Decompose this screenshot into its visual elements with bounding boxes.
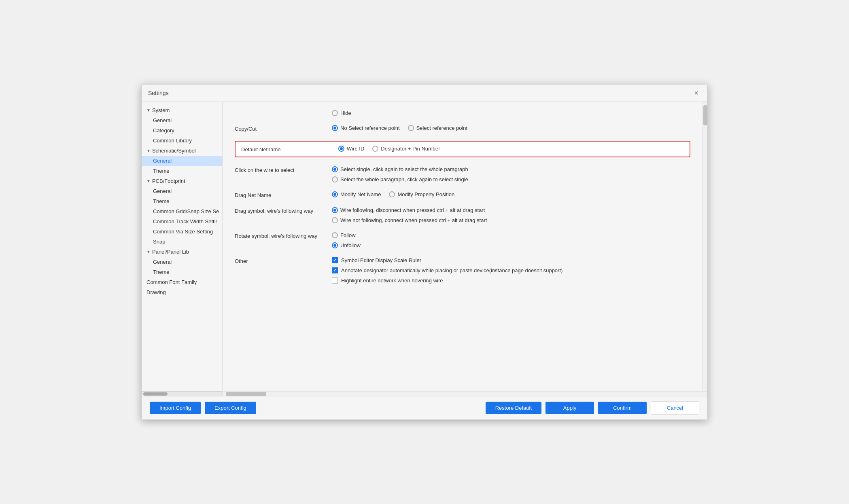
sidebar-item-label: Theme	[153, 269, 169, 275]
sidebar-item-panel[interactable]: ▼ Panel/Panel Lib	[142, 247, 222, 257]
radio-label: Unfollow	[340, 242, 361, 248]
main-scroll: Hide Copy/Cut No Select ref	[223, 102, 703, 391]
sidebar-item-label: Drawing	[146, 289, 166, 295]
sidebar-item-common-grid[interactable]: Common Grid/Snap Size Se	[142, 206, 222, 216]
sidebar-item-category[interactable]: Category	[142, 125, 222, 136]
close-button[interactable]: ×	[692, 89, 701, 97]
settings-options-click-wire: Select single, click again to select the…	[332, 166, 690, 182]
settings-label-click-wire: Click on the wire to select	[235, 166, 324, 173]
export-config-button[interactable]: Export Config	[205, 402, 256, 414]
settings-row-copycut: Copy/Cut No Select reference point Selec…	[235, 125, 690, 132]
sidebar-item-snap[interactable]: Snap	[142, 237, 222, 247]
sidebar-item-label: Snap	[153, 239, 165, 245]
dialog-title: Settings	[148, 90, 169, 96]
radio-wire-following[interactable]: Wire following, disconnect when pressed …	[332, 207, 690, 213]
horizontal-scrollbar[interactable]	[223, 391, 707, 396]
sidebar-item-general-sch[interactable]: General	[142, 156, 222, 166]
radio-label: Wire not following, connect when pressed…	[340, 217, 487, 223]
sidebar-item-label: PCB/Footprint	[152, 178, 185, 184]
apply-button[interactable]: Apply	[545, 402, 594, 414]
checkbox-box	[332, 277, 338, 284]
sidebar-item-label: Common Via Size Setting	[153, 229, 213, 235]
radio-wire-id[interactable]: Wire ID	[338, 146, 364, 152]
radio-label: Hide	[340, 110, 351, 116]
restore-default-button[interactable]: Restore Default	[486, 402, 541, 414]
radio-label: Select reference point	[416, 125, 467, 131]
sidebar-hscroll[interactable]	[142, 391, 222, 396]
radio-unfollow[interactable]: Unfollow	[332, 242, 690, 248]
sidebar-item-label: Category	[153, 127, 174, 133]
radio-follow[interactable]: Follow	[332, 232, 690, 238]
main-inner: Hide Copy/Cut No Select ref	[223, 102, 707, 391]
sidebar-item-common-via[interactable]: Common Via Size Setting	[142, 227, 222, 237]
sidebar: ▼ System General Category Common Library…	[142, 102, 223, 396]
sidebar-item-schematic[interactable]: ▼ Schematic/Symbol	[142, 146, 222, 156]
sidebar-item-system[interactable]: ▼ System	[142, 105, 222, 115]
radio-row-drag-net: Modify Net Name Modify Property Position	[332, 191, 690, 197]
sidebar-list: ▼ System General Category Common Library…	[142, 102, 222, 396]
checkbox-annotate[interactable]: Annotate designator automatically while …	[332, 267, 690, 273]
sidebar-item-label: General	[153, 158, 172, 164]
highlighted-netname-row: Default Netname Wire ID Desig	[235, 141, 690, 157]
sidebar-item-general-panel[interactable]: General	[142, 257, 222, 267]
sidebar-item-common-track[interactable]: Common Track Width Settir	[142, 216, 222, 227]
cancel-button[interactable]: Cancel	[651, 401, 699, 415]
radio-modify-prop[interactable]: Modify Property Position	[389, 191, 454, 197]
radio-label: Wire ID	[347, 146, 364, 152]
sidebar-item-general-sys[interactable]: General	[142, 115, 222, 125]
sidebar-item-common-font[interactable]: Common Font Family	[142, 277, 222, 287]
radio-no-select-ref[interactable]: No Select reference point	[332, 125, 400, 131]
sidebar-item-drawing[interactable]: Drawing	[142, 287, 222, 297]
checkbox-label: Highlight entire network when hovering w…	[341, 277, 443, 284]
sidebar-item-label: Common Library	[153, 138, 192, 144]
footer-left: Import Config Export Config	[150, 402, 256, 414]
scrollbar-thumb	[703, 105, 707, 125]
hscroll-thumb	[226, 392, 266, 396]
main-content-wrapper: Hide Copy/Cut No Select ref	[223, 102, 707, 396]
radio-wire-not-following[interactable]: Wire not following, connect when pressed…	[332, 217, 690, 223]
sidebar-item-pcb[interactable]: ▼ PCB/Footprint	[142, 176, 222, 186]
sidebar-item-theme-panel[interactable]: Theme	[142, 267, 222, 277]
radio-row-netname: Wire ID Designator + Pin Number	[338, 146, 684, 152]
settings-options-other: Symbol Editor Display Scale Ruler Annota…	[332, 257, 690, 284]
confirm-button[interactable]: Confirm	[598, 402, 647, 414]
settings-options: Hide	[332, 110, 690, 116]
settings-row-netname: Default Netname Wire ID Desig	[241, 146, 684, 152]
footer: Import Config Export Config Restore Defa…	[142, 396, 707, 419]
chevron-icon: ▼	[146, 148, 151, 153]
sidebar-item-label: Panel/Panel Lib	[152, 249, 189, 255]
settings-row-click-wire: Click on the wire to select Select singl…	[235, 166, 690, 182]
checkbox-symbol-editor[interactable]: Symbol Editor Display Scale Ruler	[332, 257, 690, 263]
radio-circle	[332, 110, 338, 116]
radio-select-ref[interactable]: Select reference point	[408, 125, 467, 131]
checkbox-label: Annotate designator automatically while …	[341, 267, 562, 273]
sidebar-item-general-pcb[interactable]: General	[142, 186, 222, 196]
settings-options-drag-net: Modify Net Name Modify Property Position	[332, 191, 690, 197]
import-config-button[interactable]: Import Config	[150, 402, 201, 414]
vertical-scrollbar[interactable]	[703, 102, 707, 391]
radio-modify-net[interactable]: Modify Net Name	[332, 191, 381, 197]
sidebar-item-label: Schematic/Symbol	[152, 148, 196, 154]
radio-select-single[interactable]: Select single, click again to select the…	[332, 166, 690, 172]
radio-label: Select the whole paragraph, click again …	[340, 176, 468, 182]
settings-label-rotate-symbol: Rotate symbol, wire's following way	[235, 232, 324, 239]
radio-circle	[338, 146, 344, 152]
radio-circle	[332, 176, 338, 182]
radio-circle	[332, 166, 338, 172]
settings-row-other: Other Symbol Editor Display Scale Ruler …	[235, 257, 690, 284]
radio-designator-pin[interactable]: Designator + Pin Number	[372, 146, 440, 152]
sidebar-item-label: General	[153, 117, 172, 123]
sidebar-item-common-library[interactable]: Common Library	[142, 136, 222, 146]
sidebar-item-theme-sch[interactable]: Theme	[142, 166, 222, 176]
settings-row-rotate-symbol: Rotate symbol, wire's following way Foll…	[235, 232, 690, 248]
sidebar-item-theme-pcb[interactable]: Theme	[142, 196, 222, 206]
radio-select-whole[interactable]: Select the whole paragraph, click again …	[332, 176, 690, 182]
settings-label-drag-net: Drag Net Name	[235, 191, 324, 198]
chevron-icon: ▼	[146, 179, 151, 183]
radio-row: Hide	[332, 110, 690, 116]
radio-label: Modify Property Position	[397, 191, 454, 197]
sidebar-item-label: System	[152, 107, 170, 113]
settings-options-netname: Wire ID Designator + Pin Number	[338, 146, 684, 152]
radio-hide[interactable]: Hide	[332, 110, 351, 116]
checkbox-highlight[interactable]: Highlight entire network when hovering w…	[332, 277, 690, 284]
